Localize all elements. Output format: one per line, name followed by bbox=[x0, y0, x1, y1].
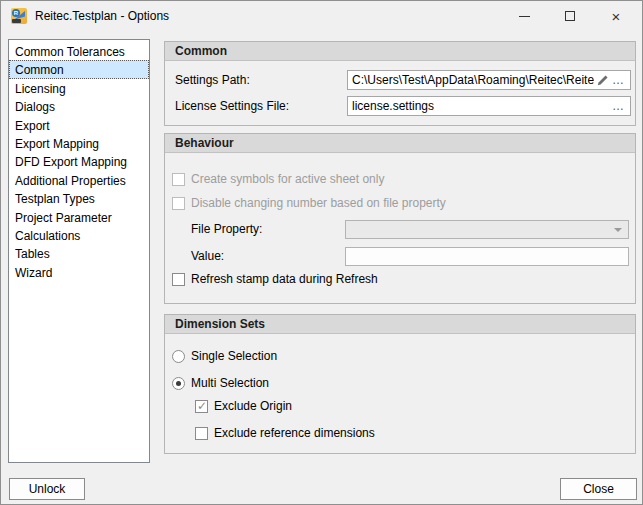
maximize-icon bbox=[565, 11, 575, 21]
disable-number-checkbox bbox=[172, 197, 185, 210]
close-dialog-button[interactable]: Close bbox=[560, 478, 637, 500]
refresh-stamp-label: Refresh stamp data during Refresh bbox=[191, 272, 378, 286]
browse-icon[interactable]: … bbox=[610, 98, 626, 114]
settings-path-value: C:\Users\Test\AppData\Roaming\Reitec\Rei… bbox=[352, 73, 594, 87]
sidebar-item-project-parameter[interactable]: Project Parameter bbox=[9, 208, 149, 226]
group-common-title: Common bbox=[165, 42, 635, 61]
browse-icon[interactable]: … bbox=[610, 72, 626, 88]
sidebar-item-tables[interactable]: Tables bbox=[9, 244, 149, 262]
create-symbols-checkbox bbox=[172, 173, 185, 186]
exclude-reference-label: Exclude reference dimensions bbox=[214, 426, 375, 440]
options-dialog: R Reitec.Testplan - Options × Common Tol… bbox=[0, 0, 643, 505]
close-button[interactable]: × bbox=[593, 1, 639, 31]
minimize-button[interactable] bbox=[501, 1, 547, 31]
group-behaviour: Behaviour Create symbols for active shee… bbox=[164, 133, 636, 304]
create-symbols-label: Create symbols for active sheet only bbox=[191, 172, 384, 186]
single-selection-radio-row[interactable]: Single Selection bbox=[172, 348, 277, 364]
minimize-icon bbox=[519, 16, 530, 17]
maximize-button[interactable] bbox=[547, 1, 593, 31]
group-dimension-sets: Dimension Sets Single Selection Multi Se… bbox=[164, 314, 636, 454]
value-label: Value: bbox=[191, 246, 224, 266]
sidebar-item-wizard[interactable]: Wizard bbox=[9, 263, 149, 281]
value-input bbox=[345, 247, 629, 266]
create-symbols-checkbox-row: Create symbols for active sheet only bbox=[172, 171, 384, 187]
license-file-label: License Settings File: bbox=[175, 96, 289, 116]
license-file-input[interactable]: license.settings … bbox=[347, 96, 631, 116]
file-property-combo bbox=[345, 220, 629, 239]
refresh-stamp-checkbox-row[interactable]: Refresh stamp data during Refresh bbox=[172, 271, 378, 287]
single-selection-radio[interactable] bbox=[172, 350, 185, 363]
title-bar[interactable]: R Reitec.Testplan - Options × bbox=[1, 1, 642, 31]
sidebar-item-dfd-export-mapping[interactable]: DFD Export Mapping bbox=[9, 152, 149, 170]
group-common: Common Settings Path: C:\Users\Test\AppD… bbox=[164, 41, 636, 126]
close-icon: × bbox=[612, 9, 621, 24]
group-dimension-sets-title: Dimension Sets bbox=[165, 315, 635, 334]
sidebar-item-dialogs[interactable]: Dialogs bbox=[9, 97, 149, 115]
sidebar-item-testplan-types[interactable]: Testplan Types bbox=[9, 189, 149, 207]
multi-selection-label: Multi Selection bbox=[191, 376, 269, 390]
exclude-origin-label: Exclude Origin bbox=[214, 399, 292, 413]
exclude-reference-checkbox[interactable] bbox=[195, 427, 208, 440]
multi-selection-radio-row[interactable]: Multi Selection bbox=[172, 375, 269, 391]
multi-selection-radio[interactable] bbox=[172, 377, 185, 390]
sidebar-item-common[interactable]: Common bbox=[9, 60, 149, 78]
sidebar-item-additional-properties[interactable]: Additional Properties bbox=[9, 171, 149, 189]
disable-number-checkbox-row: Disable changing number based on file pr… bbox=[172, 195, 446, 211]
edit-icon[interactable] bbox=[594, 72, 610, 88]
settings-path-label: Settings Path: bbox=[175, 70, 250, 90]
disable-number-label: Disable changing number based on file pr… bbox=[191, 196, 446, 210]
file-property-label: File Property: bbox=[191, 219, 262, 239]
group-behaviour-title: Behaviour bbox=[165, 134, 635, 153]
exclude-reference-checkbox-row[interactable]: Exclude reference dimensions bbox=[195, 425, 375, 441]
refresh-stamp-checkbox[interactable] bbox=[172, 273, 185, 286]
license-file-value: license.settings bbox=[352, 99, 610, 113]
exclude-origin-checkbox[interactable] bbox=[195, 400, 208, 413]
unlock-button[interactable]: Unlock bbox=[9, 478, 85, 500]
settings-path-input[interactable]: C:\Users\Test\AppData\Roaming\Reitec\Rei… bbox=[347, 70, 631, 90]
exclude-origin-checkbox-row[interactable]: Exclude Origin bbox=[195, 398, 292, 414]
chevron-down-icon bbox=[614, 228, 622, 232]
sidebar-item-export[interactable]: Export bbox=[9, 116, 149, 134]
sidebar-item-common-tolerances[interactable]: Common Tolerances bbox=[9, 42, 149, 60]
window-title: Reitec.Testplan - Options bbox=[35, 1, 169, 31]
sidebar-item-calculations[interactable]: Calculations bbox=[9, 226, 149, 244]
sidebar-item-licensing[interactable]: Licensing bbox=[9, 79, 149, 97]
options-list[interactable]: Common TolerancesCommonLicensingDialogsE… bbox=[8, 39, 150, 463]
sidebar-item-export-mapping[interactable]: Export Mapping bbox=[9, 134, 149, 152]
single-selection-label: Single Selection bbox=[191, 349, 277, 363]
app-icon: R bbox=[11, 8, 27, 24]
